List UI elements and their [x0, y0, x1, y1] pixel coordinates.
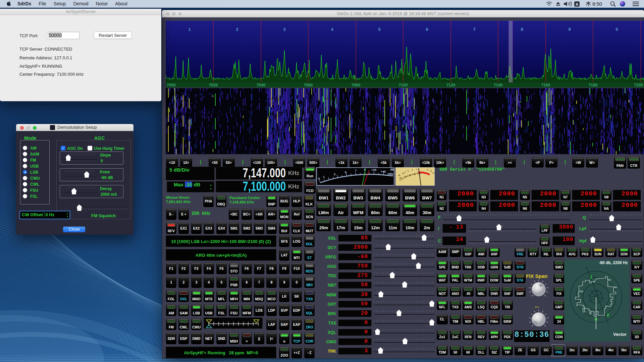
- svg-text:4: 4: [331, 27, 333, 32]
- svg-text:7160: 7160: [541, 83, 550, 87]
- svg-text:8: 8: [521, 27, 523, 32]
- svg-text:1: 1: [590, 275, 592, 280]
- svg-text:80: 80: [414, 173, 416, 175]
- svg-text:2: 2: [607, 312, 609, 317]
- svg-text:7200: 7200: [634, 83, 643, 87]
- svg-text:7180: 7180: [589, 83, 598, 87]
- svg-text:3: 3: [334, 173, 335, 176]
- svg-text:-80 db, 2200 Hz: -80 db, 2200 Hz: [599, 260, 628, 265]
- svg-text:2: 2: [236, 27, 238, 32]
- svg-text:A: A: [576, 2, 578, 6]
- svg-text:8:50: 8:50: [592, 1, 602, 7]
- svg-text:20: 20: [399, 177, 402, 179]
- svg-text:7100: 7100: [399, 83, 408, 87]
- svg-text:dB: dB: [390, 168, 394, 171]
- svg-text:9: 9: [568, 27, 571, 32]
- svg-text:0: 0: [595, 317, 597, 322]
- svg-text:7000: 7000: [167, 83, 176, 87]
- svg-text:7: 7: [473, 27, 475, 32]
- svg-text:+40: +40: [381, 170, 386, 173]
- svg-text:3: 3: [283, 27, 285, 32]
- svg-text:7080: 7080: [352, 83, 361, 87]
- svg-text:7120: 7120: [446, 83, 455, 87]
- svg-text:60: 60: [409, 174, 411, 176]
- svg-text:+1: +1: [426, 169, 429, 171]
- svg-text:+60: +60: [387, 172, 392, 176]
- svg-text:Vector: Vector: [613, 332, 627, 337]
- svg-text:7060: 7060: [304, 83, 313, 87]
- svg-text:S: S: [318, 177, 320, 180]
- svg-text:+3: +3: [432, 172, 435, 174]
- svg-text:1: 1: [323, 175, 325, 179]
- svg-text:7140: 7140: [494, 83, 503, 87]
- svg-text:5: 5: [345, 171, 346, 174]
- svg-text:40: 40: [404, 176, 407, 178]
- svg-text:10: 10: [402, 172, 405, 174]
- svg-text:0: 0: [615, 27, 618, 32]
- svg-text:7020: 7020: [209, 83, 218, 87]
- svg-text:+20: +20: [371, 168, 376, 172]
- svg-text:5: 5: [378, 27, 380, 32]
- svg-text:7: 7: [355, 169, 357, 172]
- svg-text:6: 6: [426, 27, 428, 32]
- svg-text:20: 20: [398, 174, 400, 176]
- svg-text:1: 1: [188, 27, 191, 32]
- svg-text:7040: 7040: [257, 83, 266, 87]
